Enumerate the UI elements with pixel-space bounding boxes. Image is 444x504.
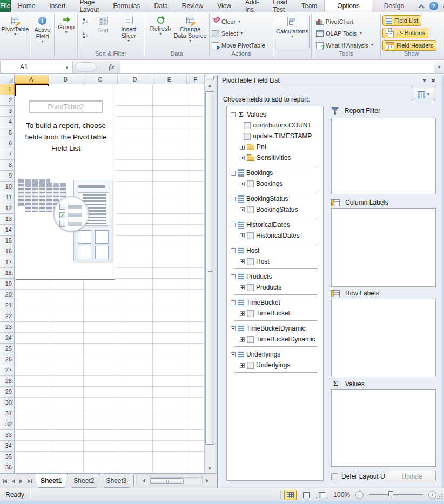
row-header-1[interactable]: 1 xyxy=(0,84,15,95)
row-header-5[interactable]: 5 xyxy=(0,127,15,138)
expand-icon[interactable] xyxy=(240,285,245,290)
zoom-slider[interactable] xyxy=(369,494,423,495)
row-header-23[interactable]: 23 xyxy=(0,322,15,333)
row-header-18[interactable]: 18 xyxy=(0,268,15,279)
field-list-toggle-button[interactable]: Field List xyxy=(382,15,421,26)
field-item-bookings[interactable]: Bookings xyxy=(227,178,323,189)
field-group-values[interactable]: ΣValues xyxy=(227,109,323,120)
zoom-slider-thumb[interactable] xyxy=(388,491,393,498)
row-header-12[interactable]: 12 xyxy=(0,203,15,214)
scroll-right-icon[interactable] xyxy=(204,477,211,485)
field-item-timebucketdynamic[interactable]: TimeBucketDynamic xyxy=(227,334,323,345)
pane-menu-icon[interactable]: ▼ xyxy=(420,77,429,84)
row-header-10[interactable]: 10 xyxy=(0,182,15,192)
row-header-3[interactable]: 3 xyxy=(0,106,15,117)
row-header-26[interactable]: 26 xyxy=(0,354,15,365)
scroll-left-icon[interactable] xyxy=(140,477,147,485)
group-button[interactable]: Group ▾ xyxy=(56,15,77,48)
column-header-f[interactable]: F xyxy=(187,75,204,84)
insert-slicer-button[interactable]: Insert Slicer ▾ xyxy=(115,15,143,48)
expand-icon[interactable] xyxy=(240,145,245,150)
checkbox-bookings[interactable] xyxy=(247,180,254,187)
select-all-corner[interactable] xyxy=(0,75,15,84)
checkbox-host[interactable] xyxy=(247,258,254,265)
field-group-products[interactable]: Products xyxy=(227,271,323,282)
row-header-31[interactable]: 31 xyxy=(0,408,15,419)
layout-selector-button[interactable]: ▾ xyxy=(412,89,435,100)
first-sheet-icon[interactable] xyxy=(2,477,9,485)
page-layout-view-button[interactable] xyxy=(300,490,312,500)
collapse-icon[interactable] xyxy=(231,223,236,227)
insert-function-icon[interactable]: fx xyxy=(109,62,115,72)
row-header-17[interactable]: 17 xyxy=(0,257,15,268)
tab-formulas[interactable]: Formulas xyxy=(106,0,147,12)
row-header-36[interactable]: 36 xyxy=(0,462,15,473)
expand-icon[interactable] xyxy=(240,156,245,160)
expand-formula-bar-icon[interactable]: ▼ xyxy=(434,61,444,73)
field-group-timebucket[interactable]: TimeBucket xyxy=(227,297,323,308)
field-item-host[interactable]: Host xyxy=(227,256,323,267)
sort-ascending-button[interactable]: AZ↓ xyxy=(79,15,92,27)
row-header-14[interactable]: 14 xyxy=(0,225,15,236)
collapse-icon[interactable] xyxy=(231,326,236,331)
tab-data[interactable]: Data xyxy=(147,0,174,12)
move-pivottable-button[interactable]: Move PivotTable xyxy=(212,40,265,51)
row-header-35[interactable]: 35 xyxy=(0,452,15,462)
select-button[interactable]: Select▾ xyxy=(212,28,243,39)
row-header-4[interactable]: 4 xyxy=(0,117,15,127)
checkbox-underlyings[interactable] xyxy=(247,362,254,369)
row-header-7[interactable]: 7 xyxy=(0,149,15,160)
expand-icon[interactable] xyxy=(240,311,245,316)
column-header-c[interactable]: C xyxy=(83,75,118,84)
report-filter-dropzone[interactable] xyxy=(331,118,436,194)
values-dropzone[interactable] xyxy=(331,389,436,467)
collapse-icon[interactable] xyxy=(231,171,236,176)
tab-design[interactable]: Design xyxy=(372,0,416,12)
collapse-icon[interactable] xyxy=(231,112,236,117)
collapse-icon[interactable] xyxy=(231,274,236,279)
field-headers-toggle-button[interactable]: Field Headers xyxy=(382,40,436,51)
row-header-11[interactable]: 11 xyxy=(0,192,15,203)
sheet-tab-sheet3[interactable]: Sheet3 xyxy=(100,474,132,488)
expand-icon[interactable] xyxy=(240,363,245,368)
checkbox-contributors.count[interactable] xyxy=(244,122,251,129)
column-header-a[interactable]: A xyxy=(15,75,49,84)
row-header-30[interactable]: 30 xyxy=(0,398,15,408)
horizontal-scrollbar-thumb[interactable] xyxy=(150,478,184,484)
row-header-34[interactable]: 34 xyxy=(0,441,15,452)
collapse-icon[interactable] xyxy=(231,300,236,305)
checkbox-timebucket[interactable] xyxy=(247,310,254,317)
field-item-update.timestamp[interactable]: update.TIMESTAMP xyxy=(227,131,323,142)
row-header-20[interactable]: 20 xyxy=(0,290,15,300)
zoom-in-icon[interactable]: + xyxy=(428,491,436,499)
column-labels-dropzone[interactable] xyxy=(331,208,436,287)
clear-button[interactable]: Clear▾ xyxy=(212,16,240,27)
field-group-host[interactable]: Host xyxy=(227,245,323,256)
calculations-button[interactable]: Calculations ▾ xyxy=(275,15,310,48)
expand-icon[interactable] xyxy=(240,182,245,186)
help-icon[interactable]: ? xyxy=(429,2,438,10)
pivottable-placeholder[interactable]: PivotTable2 To build a report, choose fi… xyxy=(16,86,115,280)
field-item-timebucket[interactable]: TimeBucket xyxy=(227,308,323,319)
checkbox-historicaldates[interactable] xyxy=(247,232,254,239)
tab-team[interactable]: Team xyxy=(294,0,324,12)
row-labels-dropzone[interactable] xyxy=(331,299,436,377)
row-header-33[interactable]: 33 xyxy=(0,430,15,441)
field-group-historicaldates[interactable]: HistoricalDates xyxy=(227,219,323,230)
tab-load-test[interactable]: Load Test xyxy=(266,0,294,12)
field-item-underlyings[interactable]: Underlyings xyxy=(227,360,323,371)
next-sheet-icon[interactable] xyxy=(18,477,25,485)
what-if-analysis-button[interactable]: What-If Analysis▾ xyxy=(316,40,373,51)
collapse-icon[interactable] xyxy=(231,352,236,357)
plus-minus-buttons-toggle[interactable]: +/- Buttons xyxy=(382,28,428,38)
tab-split-handle[interactable] xyxy=(133,475,137,486)
field-group-timebucketdynamic[interactable]: TimeBucketDynamic xyxy=(227,323,323,334)
minimize-ribbon-icon[interactable] xyxy=(416,2,426,10)
column-header-b[interactable]: B xyxy=(49,75,83,84)
defer-layout-checkbox[interactable] xyxy=(331,473,338,480)
field-item-historicaldates[interactable]: HistoricalDates xyxy=(227,230,323,241)
row-header-28[interactable]: 28 xyxy=(0,376,15,387)
expand-icon[interactable] xyxy=(240,233,245,238)
name-box[interactable]: A1 ▼ xyxy=(0,61,73,73)
checkbox-update.timestamp[interactable] xyxy=(244,133,251,140)
